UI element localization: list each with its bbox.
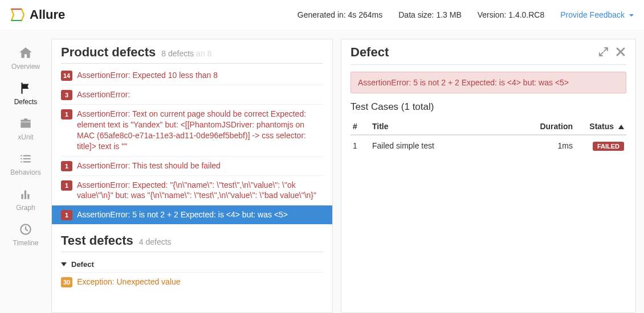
test-defects-title: Test defects	[61, 233, 133, 248]
defect-count-badge: 1	[61, 210, 72, 220]
sort-asc-icon	[618, 125, 624, 129]
defect-count-badge: 1	[61, 109, 72, 120]
defect-row[interactable]: 14AssertionError: Expected 10 less than …	[61, 66, 323, 85]
sidebar-nav: OverviewDefectsxUnitBehaviorsGraphTimeli…	[0, 30, 51, 313]
defect-row[interactable]: 1AssertionError: Text on current page sh…	[61, 105, 323, 156]
case-duration: 1ms	[529, 135, 575, 156]
product-defects-heading: Product defects 8 defects an 8	[61, 45, 323, 64]
defects-list-panel: Product defects 8 defects an 8 14Asserti…	[51, 39, 333, 313]
sidebar-item-label: xUnit	[18, 133, 33, 141]
app-header: Allure Generated in: 4s 264ms Data size:…	[0, 0, 644, 30]
list-icon	[18, 151, 33, 166]
provide-feedback-link[interactable]: Provide Feedback	[560, 10, 634, 19]
defect-row[interactable]: 30Exception: Unexpected value	[61, 273, 323, 291]
test-defects-count: 4 defects	[139, 237, 172, 246]
app-name: Allure	[30, 7, 65, 22]
table-row[interactable]: 1Failed simple test1msFAILED	[350, 135, 626, 156]
sidebar-item-timeline[interactable]: Timeline	[0, 216, 51, 252]
sidebar-item-label: Defects	[14, 98, 38, 106]
defect-detail-title: Defect	[350, 45, 389, 60]
col-title[interactable]: Title	[370, 118, 529, 135]
defect-count-badge: 14	[61, 71, 72, 81]
defect-count-badge: 1	[61, 180, 72, 191]
test-defects-heading: Test defects 4 defects	[61, 233, 323, 252]
defect-message: AssertionError: Text on current page sho…	[77, 109, 323, 152]
app-logo[interactable]: Allure	[10, 7, 65, 22]
chevron-down-icon	[61, 262, 67, 266]
sidebar-item-behaviors[interactable]: Behaviors	[0, 146, 51, 181]
defect-count-badge: 3	[61, 90, 72, 100]
defect-count-badge: 1	[61, 161, 72, 171]
case-status: FAILED	[575, 135, 626, 156]
case-title: Failed simple test	[370, 135, 529, 156]
expand-icon[interactable]	[598, 46, 609, 59]
sidebar-item-label: Graph	[16, 204, 35, 212]
defect-count-badge: 30	[61, 277, 72, 287]
provide-feedback-label: Provide Feedback	[560, 10, 625, 19]
home-icon	[18, 46, 33, 60]
defect-message: AssertionError:	[77, 89, 130, 100]
version-label: Version: 1.4.0.RC8	[478, 10, 545, 19]
product-defects-count: 8 defects	[161, 49, 194, 58]
briefcase-icon	[18, 116, 33, 131]
product-defects-ghost-text: an 8	[196, 49, 211, 58]
col-duration[interactable]: Duration	[529, 118, 575, 135]
defect-message: AssertionError: Expected: "{\n\"name\": …	[77, 180, 323, 201]
sidebar-item-graph[interactable]: Graph	[0, 181, 51, 216]
test-defects-collapse[interactable]: Defect	[61, 254, 323, 273]
test-defects-collapse-label: Defect	[71, 260, 94, 269]
defect-message: AssertionError: 5 is not 2 + 2 Expected:…	[77, 209, 288, 220]
defect-row[interactable]: 1AssertionError: 5 is not 2 + 2 Expected…	[52, 205, 332, 224]
caret-down-icon	[629, 14, 634, 17]
defect-message: Exception: Unexpected value	[77, 277, 180, 287]
defect-message: AssertionError: Expected 10 less than 8	[77, 70, 218, 81]
col-status-label: Status	[589, 122, 614, 131]
sidebar-item-overview[interactable]: Overview	[0, 40, 51, 75]
defect-row[interactable]: 1AssertionError: This test should be fai…	[61, 156, 323, 176]
product-defects-title: Product defects	[61, 45, 156, 60]
defect-detail-panel: Defect AssertionError: 5 is not 2 + 2 Ex…	[341, 39, 636, 313]
defect-error-banner: AssertionError: 5 is not 2 + 2 Expected:…	[350, 72, 626, 93]
allure-logo-icon	[10, 7, 25, 22]
col-number[interactable]: #	[350, 118, 370, 135]
status-badge: FAILED	[593, 142, 624, 151]
test-cases-heading: Test Cases (1 total)	[350, 101, 626, 113]
test-cases-table: # Title Duration Status 1Failed simple t…	[350, 118, 626, 156]
case-number: 1	[350, 135, 370, 156]
sidebar-item-defects[interactable]: Defects	[0, 75, 51, 110]
defect-row[interactable]: 1AssertionError: Expected: "{\n\"name\":…	[61, 176, 323, 206]
defect-row[interactable]: 3AssertionError:	[61, 85, 323, 105]
defect-message: AssertionError: This test should be fail…	[77, 160, 221, 171]
bars-icon	[18, 187, 33, 201]
col-status[interactable]: Status	[575, 118, 626, 135]
generated-in-label: Generated in: 4s 264ms	[297, 10, 382, 19]
data-size-label: Data size: 1.3 MB	[398, 10, 462, 19]
sidebar-item-label: Timeline	[13, 239, 39, 247]
sidebar-item-label: Behaviors	[10, 168, 40, 176]
sidebar-item-xunit[interactable]: xUnit	[0, 110, 51, 146]
flag-icon	[18, 81, 33, 96]
close-icon[interactable]	[615, 46, 626, 59]
clock-icon	[18, 222, 33, 237]
sidebar-item-label: Overview	[11, 63, 40, 71]
